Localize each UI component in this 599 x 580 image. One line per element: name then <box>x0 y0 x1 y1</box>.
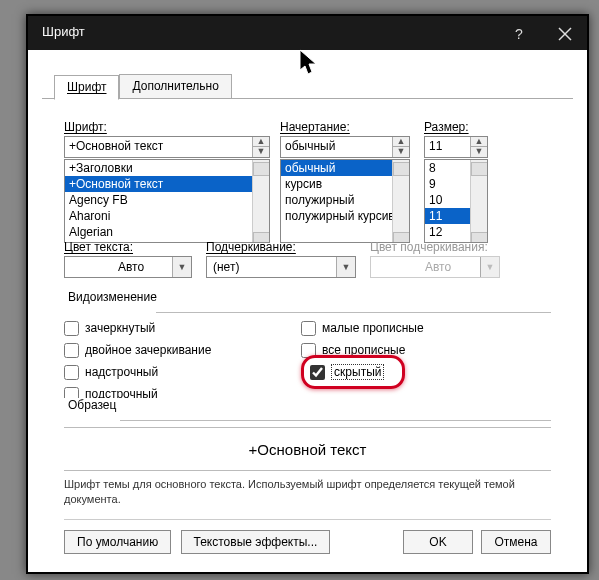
font-input[interactable] <box>65 137 259 155</box>
sample-box: +Основной текст <box>64 427 551 471</box>
label-color: Цвет текста: <box>64 240 192 254</box>
checkbox-label: малые прописные <box>322 321 424 335</box>
list-item[interactable]: Agency FB <box>65 192 269 208</box>
font-color-dropdown[interactable]: Авто▼ <box>64 256 192 278</box>
help-button[interactable]: ? <box>507 22 531 46</box>
text-effects-button[interactable]: Текстовые эффекты... <box>181 530 331 554</box>
chevron-down-icon: ▼ <box>172 257 191 277</box>
tab-font[interactable]: Шрифт <box>54 75 119 100</box>
list-item[interactable]: полужирный курсив <box>281 208 409 224</box>
label-style: Начертание: <box>280 120 410 134</box>
list-item[interactable]: +Основной текст <box>65 176 269 192</box>
size-combo[interactable]: ▲▼ <box>424 136 488 158</box>
checkbox-label: зачеркнутый <box>85 321 155 335</box>
font-spin[interactable]: ▲▼ <box>252 137 269 157</box>
label-size: Размер: <box>424 120 488 134</box>
effect-скрытый[interactable]: скрытый <box>301 355 405 389</box>
scrollbar[interactable]: ▲▼ <box>252 160 269 242</box>
style-combo[interactable]: ▲▼ <box>280 136 410 158</box>
list-item[interactable]: курсив <box>281 176 409 192</box>
label-font: Шрифт: <box>64 120 270 134</box>
style-listbox[interactable]: обычныйкурсивполужирныйполужирный курсив… <box>280 159 410 243</box>
checkbox-label: надстрочный <box>85 365 158 379</box>
scrollbar[interactable]: ▲▼ <box>470 160 487 242</box>
checkbox-label: двойное зачеркивание <box>85 343 211 357</box>
style-input[interactable] <box>281 137 399 155</box>
scrollbar[interactable]: ▲▼ <box>392 160 409 242</box>
checkbox[interactable] <box>301 321 316 336</box>
list-item[interactable]: +Заголовки <box>65 160 269 176</box>
list-item[interactable]: Aharoni <box>65 208 269 224</box>
list-item[interactable]: Algerian <box>65 224 269 240</box>
chevron-down-icon: ▼ <box>336 257 355 277</box>
tab-strip: ШрифтДополнительно <box>54 74 232 98</box>
ok-button[interactable]: OK <box>403 530 473 554</box>
label-underline: Подчеркивание: <box>206 240 356 254</box>
font-dialog: Шрифт ? ШрифтДополнительно Шрифт: ▲▼ +За… <box>26 14 589 574</box>
effect-зачеркнутый[interactable]: зачеркнутый <box>64 317 298 339</box>
cancel-button[interactable]: Отмена <box>481 530 551 554</box>
style-spin[interactable]: ▲▼ <box>392 137 409 157</box>
close-button[interactable] <box>553 22 577 46</box>
checkbox[interactable] <box>64 343 79 358</box>
effect-надстрочный[interactable]: надстрочный <box>64 361 298 383</box>
title-bar: Шрифт ? <box>28 16 587 50</box>
label-underline-color: Цвет подчеркивания: <box>370 240 500 254</box>
font-listbox[interactable]: +Заголовки+Основной текстAgency FBAharon… <box>64 159 270 243</box>
list-item[interactable]: обычный <box>281 160 409 176</box>
underline-style-dropdown[interactable]: (нет)▼ <box>206 256 356 278</box>
effect-малые-прописные[interactable]: малые прописные <box>301 317 545 339</box>
list-item[interactable]: полужирный <box>281 192 409 208</box>
size-listbox[interactable]: 89101112 ▲▼ <box>424 159 488 243</box>
hint-text: Шрифт темы для основного текста. Использ… <box>64 477 551 507</box>
button-bar: По умолчанию Текстовые эффекты... Отмена… <box>64 519 551 558</box>
tab-advanced[interactable]: Дополнительно <box>119 74 231 99</box>
set-default-button[interactable]: По умолчанию <box>64 530 171 554</box>
font-combo[interactable]: ▲▼ <box>64 136 270 158</box>
underline-color-dropdown: Авто▼ <box>370 256 500 278</box>
size-spin[interactable]: ▲▼ <box>470 137 487 157</box>
window-title: Шрифт <box>42 24 85 39</box>
checkbox[interactable] <box>64 365 79 380</box>
chevron-down-icon: ▼ <box>480 257 499 277</box>
close-icon <box>553 22 577 46</box>
effects-legend: Видоизменение <box>64 290 161 304</box>
effect-двойное-зачеркивание[interactable]: двойное зачеркивание <box>64 339 298 361</box>
effects-group: Видоизменение зачеркнутыйдвойное зачерки… <box>64 290 551 405</box>
checkbox-label: скрытый <box>331 364 384 380</box>
sample-legend: Образец <box>64 398 120 412</box>
checkbox[interactable] <box>310 365 325 380</box>
checkbox[interactable] <box>64 321 79 336</box>
sample-group: Образец +Основной текст Шрифт темы для о… <box>64 398 551 507</box>
